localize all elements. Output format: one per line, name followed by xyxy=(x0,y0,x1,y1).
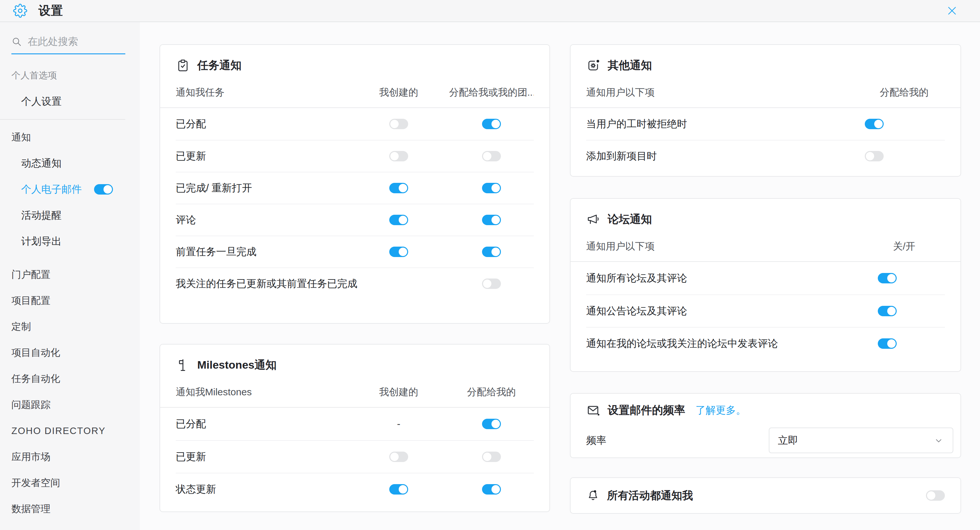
frequency-value: 立即 xyxy=(778,434,798,447)
toggle-assigned[interactable] xyxy=(482,419,501,429)
toggle-state[interactable] xyxy=(865,151,884,161)
table-row: 已更新 xyxy=(176,440,534,473)
clipboard-check-icon xyxy=(176,58,190,73)
toggle-assigned[interactable] xyxy=(482,215,501,225)
toggle-assigned[interactable] xyxy=(482,183,501,193)
toggle-assigned[interactable] xyxy=(482,247,501,257)
sidebar-divider xyxy=(0,119,125,120)
milestone-columns-header: 通知我Milestones 我创建的 分配给我的 xyxy=(160,384,549,408)
sidebar-item-personal-email[interactable]: 个人电子邮件 xyxy=(0,176,140,202)
sidebar-item-zoho-directory[interactable]: ZOHO DIRECTORY xyxy=(0,418,140,444)
sidebar-item-feed-notifications[interactable]: 动态通知 xyxy=(0,150,140,176)
forum-columns-header: 通知用户以下项 关/开 xyxy=(571,238,961,262)
toggle-created[interactable] xyxy=(389,151,408,161)
toggle-created[interactable] xyxy=(389,484,408,495)
sidebar-item-customization[interactable]: 定制 xyxy=(0,314,140,340)
other-columns-header: 通知用户以下项 分配给我的 xyxy=(571,84,961,108)
column-header: 我创建的 xyxy=(366,84,431,99)
frequency-label: 频率 xyxy=(586,434,769,447)
toggle-created[interactable] xyxy=(389,119,408,129)
other-notifications-panel: 其他通知 通知用户以下项 分配给我的 当用户的工时被拒绝时 添加到新项目时 xyxy=(570,44,961,177)
close-icon[interactable] xyxy=(946,5,958,17)
sidebar-item-personal-settings[interactable]: 个人设置 xyxy=(0,89,140,114)
toggle-assigned[interactable] xyxy=(482,151,501,161)
table-row: 评论 xyxy=(176,204,534,236)
sidebar-item-project-config[interactable]: 项目配置 xyxy=(0,287,140,314)
sidebar-item-plan-export[interactable]: 计划导出 xyxy=(0,229,140,254)
other-notifications-icon xyxy=(586,58,600,73)
table-row: 已完成/ 重新打开 xyxy=(176,172,534,204)
frequency-select[interactable]: 立即 xyxy=(769,427,953,453)
sidebar-search xyxy=(11,36,125,54)
toggle-created[interactable] xyxy=(389,183,408,193)
toggle-assigned[interactable] xyxy=(482,279,501,289)
panel-title: 任务通知 xyxy=(197,58,242,73)
panel-title: Milestones通知 xyxy=(197,357,277,373)
column-header: 分配给我的 xyxy=(449,384,534,399)
personal-email-toggle[interactable] xyxy=(94,184,113,195)
envelope-icon xyxy=(586,403,600,417)
title-bar: 设置 xyxy=(0,0,980,22)
sidebar-item-marketplace[interactable]: 应用市场 xyxy=(0,444,140,470)
table-row: 我关注的任务已更新或其前置任务已完成 xyxy=(176,267,534,299)
chevron-down-icon xyxy=(933,435,944,446)
table-row: 状态更新 xyxy=(176,473,534,505)
sidebar-nav: 个人首选项 个人设置 通知 动态通知 个人电子邮件 活动提醒 计划导出 门户配置… xyxy=(0,62,140,522)
table-row: 已更新 xyxy=(176,140,534,172)
sidebar-item-task-automation[interactable]: 任务自动化 xyxy=(0,366,140,392)
learn-more-link[interactable]: 了解更多。 xyxy=(695,403,746,417)
milestone-flag-icon xyxy=(176,358,190,372)
sidebar-item-notifications[interactable]: 通知 xyxy=(0,124,140,150)
panel-title: 其他通知 xyxy=(608,58,652,73)
settings-sidebar: 个人首选项 个人设置 通知 动态通知 个人电子邮件 活动提醒 计划导出 门户配置… xyxy=(0,22,140,530)
column-header: 通知用户以下项 xyxy=(586,238,864,253)
toggle-assigned[interactable] xyxy=(482,484,501,495)
sidebar-item-label: 个人电子邮件 xyxy=(21,182,82,196)
column-header: 通知我Milestones xyxy=(176,384,366,399)
sidebar-item-issue-tracking[interactable]: 问题跟踪 xyxy=(0,392,140,418)
table-row: 已分配 xyxy=(176,108,534,140)
megaphone-icon xyxy=(586,212,600,227)
column-header: 分配给我的 xyxy=(864,84,945,99)
panel-title: 论坛通知 xyxy=(608,212,652,227)
sidebar-item-developer-space[interactable]: 开发者空间 xyxy=(0,470,140,496)
column-header: 通知用户以下项 xyxy=(586,84,864,99)
forum-notifications-panel: 论坛通知 通知用户以下项 关/开 通知所有论坛及其评论 通知公告论坛及其评论 xyxy=(570,198,961,372)
search-input[interactable] xyxy=(28,36,116,48)
panel-title: 设置邮件的频率 xyxy=(608,403,685,418)
toggle-assigned[interactable] xyxy=(482,119,501,129)
toggle-created[interactable] xyxy=(389,247,408,257)
task-columns-header: 通知我任务 我创建的 分配给我或我的团... xyxy=(160,84,549,108)
column-header: 关/开 xyxy=(864,238,945,253)
all-activity-label: 所有活动都通知我 xyxy=(607,488,693,503)
table-row: 添加到新项目时 xyxy=(586,140,945,172)
toggle-state[interactable] xyxy=(865,119,884,129)
empty-value: - xyxy=(397,418,400,430)
toggle-created[interactable] xyxy=(389,215,408,225)
table-row: 通知在我的论坛或我关注的论坛中发表评论 xyxy=(586,327,945,360)
sidebar-section-preferences: 个人首选项 xyxy=(0,62,140,89)
sidebar-item-project-automation[interactable]: 项目自动化 xyxy=(0,340,140,366)
toggle-created[interactable] xyxy=(389,452,408,462)
settings-window: 设置 个人首选项 个人设置 通知 动态通知 xyxy=(0,0,980,530)
sidebar-item-portal-config[interactable]: 门户配置 xyxy=(0,262,140,287)
bell-icon xyxy=(586,489,600,502)
table-row: 当用户的工时被拒绝时 xyxy=(586,108,945,140)
table-row: 已分配 - xyxy=(176,408,534,440)
sidebar-item-activity-reminder[interactable]: 活动提醒 xyxy=(0,202,140,229)
sidebar-item-data-management[interactable]: 数据管理 xyxy=(0,496,140,522)
toggle-state[interactable] xyxy=(878,338,897,349)
column-header: 分配给我或我的团... xyxy=(449,84,534,99)
page-title: 设置 xyxy=(38,3,63,19)
frequency-row: 频率 立即 xyxy=(586,427,953,453)
task-notifications-panel: 任务通知 通知我任务 我创建的 分配给我或我的团... 已分配 xyxy=(159,44,550,324)
search-icon xyxy=(11,36,22,47)
all-activity-panel: 所有活动都通知我 xyxy=(570,477,961,514)
email-frequency-panel: 设置邮件的频率 了解更多。 频率 立即 xyxy=(570,393,961,458)
toggle-state[interactable] xyxy=(878,306,897,316)
all-activity-toggle[interactable] xyxy=(926,490,945,501)
toggle-state[interactable] xyxy=(878,273,897,283)
table-row: 前置任务一旦完成 xyxy=(176,236,534,267)
toggle-assigned[interactable] xyxy=(482,452,501,462)
column-header: 通知我任务 xyxy=(176,84,366,99)
